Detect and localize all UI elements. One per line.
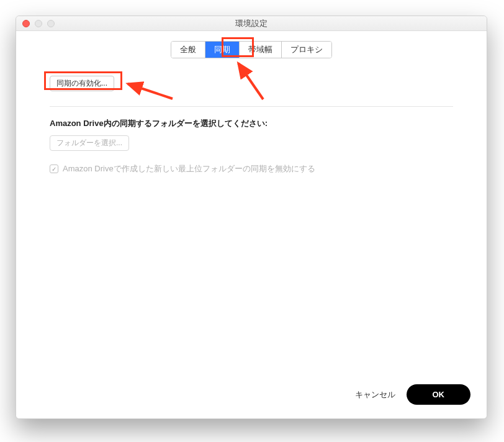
window-title: 環境設定: [16, 18, 487, 29]
traffic-lights: [16, 20, 55, 27]
minimize-button[interactable]: [35, 20, 42, 27]
divider: [50, 106, 453, 107]
zoom-button[interactable]: [47, 20, 55, 27]
body: 同期の有効化... Amazon Drive内の同期するフォルダーを選択してくだ…: [16, 58, 487, 374]
tabs: 全般 同期 帯域幅 プロキシ: [16, 31, 487, 58]
close-button[interactable]: [22, 20, 30, 27]
titlebar: 環境設定: [16, 16, 487, 31]
enable-sync-button[interactable]: 同期の有効化...: [50, 76, 114, 91]
content: 全般 同期 帯域幅 プロキシ 同期の有効化... Amazon Drive内の同…: [16, 31, 487, 418]
checkbox-label: Amazon Driveで作成した新しい最上位フォルダーの同期を無効にする: [63, 163, 315, 174]
tab-proxy[interactable]: プロキシ: [282, 42, 331, 58]
tab-sync[interactable]: 同期: [205, 42, 240, 58]
tab-general[interactable]: 全般: [171, 42, 205, 58]
cancel-button[interactable]: キャンセル: [355, 389, 395, 400]
preferences-window: 環境設定 全般 同期 帯域幅 プロキシ 同期の有効化... Amazon Dri…: [16, 16, 487, 419]
select-folder-button: フォルダーを選択...: [50, 135, 129, 151]
segmented-control: 全般 同期 帯域幅 プロキシ: [171, 41, 332, 58]
disable-new-folder-sync-checkbox[interactable]: ✓: [50, 165, 58, 173]
select-folder-label: Amazon Drive内の同期するフォルダーを選択してください:: [50, 118, 453, 129]
ok-button[interactable]: OK: [407, 384, 471, 405]
tab-bandwidth[interactable]: 帯域幅: [240, 42, 282, 58]
checkbox-row: ✓ Amazon Driveで作成した新しい最上位フォルダーの同期を無効にする: [50, 163, 453, 174]
footer: キャンセル OK: [16, 374, 487, 418]
